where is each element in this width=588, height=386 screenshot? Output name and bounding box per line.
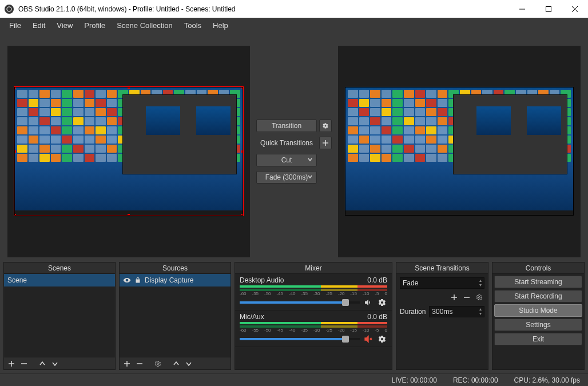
menubar: File Edit View Profile Scene Collection …: [0, 18, 588, 33]
svg-rect-2: [546, 6, 551, 11]
obs-app-icon: [5, 5, 14, 14]
preview-edit[interactable]: [14, 87, 243, 216]
menu-help[interactable]: Help: [208, 19, 233, 32]
st-body: Fade ▴▾ Duration 300ms ▴▾: [396, 274, 488, 321]
remove-scene-button[interactable]: [19, 359, 29, 369]
gear-icon[interactable]: [377, 334, 387, 344]
mixer-mic-slider[interactable]: [240, 338, 360, 340]
source-list-item[interactable]: Display Capture: [120, 274, 231, 286]
menu-file[interactable]: File: [5, 19, 26, 32]
updown-icon: ▴▾: [479, 278, 482, 288]
close-button[interactable]: [562, 0, 588, 18]
quick-transition-fade-label: Fade (300ms): [265, 173, 308, 181]
scenes-footer: [4, 357, 115, 369]
transition-column: Transition Quick Transitions Cut: [250, 120, 338, 184]
controls-panel: Controls Start Streaming Start Recording…: [492, 262, 585, 370]
menu-edit[interactable]: Edit: [28, 19, 50, 32]
minimize-button[interactable]: [509, 0, 535, 18]
menu-profile[interactable]: Profile: [80, 19, 110, 32]
svg-point-0: [7, 7, 11, 11]
transition-select[interactable]: Fade ▴▾: [400, 277, 484, 289]
mixer-desktop-name: Desktop Audio: [240, 276, 284, 284]
st-header: Scene Transitions: [396, 262, 488, 274]
status-cpu: CPU: 2.6%, 30.00 fps: [514, 376, 580, 384]
mixer-desktop-level: 0.0 dB: [367, 276, 387, 284]
remove-transition-button[interactable]: [462, 292, 472, 303]
mixer-desktop-slider[interactable]: [240, 301, 360, 304]
mixer-ticks: -60-55-50-45-40-35-30-25-20-15-10-50: [240, 328, 387, 333]
panels: Scenes Scene Sources Display: [0, 258, 588, 373]
mixer-mic-level: 0.0 dB: [367, 313, 387, 321]
maximize-button[interactable]: [535, 0, 562, 18]
add-source-button[interactable]: [122, 359, 132, 369]
mixer-header: Mixer: [235, 262, 392, 274]
move-scene-up-button[interactable]: [37, 359, 47, 369]
sources-footer: [120, 357, 231, 369]
add-transition-button[interactable]: [449, 292, 459, 303]
mixer-mic-name: Mic/Aux: [240, 313, 264, 321]
scene-transitions-panel: Scene Transitions Fade ▴▾ Duration 300ms…: [396, 262, 488, 370]
controls-body: Start Streaming Start Recording Studio M…: [492, 274, 584, 347]
sources-list[interactable]: Display Capture: [120, 274, 231, 357]
duration-input[interactable]: 300ms ▴▾: [429, 306, 484, 317]
preview-program[interactable]: [345, 87, 574, 216]
mixer-panel: Mixer Desktop Audio 0.0 dB -60-55-50-45-…: [235, 262, 392, 370]
duration-value: 300ms: [432, 308, 452, 316]
sources-header: Sources: [120, 262, 231, 274]
mixer-body: Desktop Audio 0.0 dB -60-55-50-45-40-35-…: [235, 274, 392, 369]
preview-program-wrapper: [338, 46, 581, 257]
statusbar: LIVE: 00:00:00 REC: 00:00:00 CPU: 2.6%, …: [0, 373, 588, 386]
speaker-muted-icon[interactable]: [363, 334, 374, 344]
titlebar: OBS Studio 21.1.0 (64bit, windows) - Pro…: [0, 0, 588, 18]
move-source-down-button[interactable]: [184, 359, 194, 369]
window-title: OBS Studio 21.1.0 (64bit, windows) - Pro…: [18, 5, 509, 13]
menu-tools[interactable]: Tools: [180, 19, 206, 32]
start-streaming-button[interactable]: Start Streaming: [494, 276, 582, 288]
chevron-down-icon: [307, 173, 313, 181]
visibility-icon[interactable]: [123, 276, 131, 284]
menu-scene-collection[interactable]: Scene Collection: [112, 19, 177, 32]
source-name: Display Capture: [145, 276, 193, 284]
updown-icon: ▴▾: [479, 307, 482, 316]
menu-view[interactable]: View: [52, 19, 77, 32]
mixer-mic-aux: Mic/Aux 0.0 dB -60-55-50-45-40-35-30-25-…: [235, 311, 392, 347]
gear-icon[interactable]: [377, 297, 387, 308]
studio-mode-button[interactable]: Studio Mode: [494, 304, 582, 317]
sources-panel: Sources Display Capture: [119, 262, 231, 370]
status-rec: REC: 00:00:00: [453, 376, 498, 384]
scenes-list[interactable]: Scene: [4, 274, 115, 357]
source-properties-button[interactable]: [153, 359, 163, 369]
mixer-mic-meter: [240, 322, 387, 324]
start-recording-button[interactable]: Start Recording: [494, 290, 582, 303]
mixer-desktop-meter: [240, 285, 387, 288]
quick-transition-cut[interactable]: Cut: [256, 154, 317, 166]
move-source-up-button[interactable]: [171, 359, 181, 369]
settings-button[interactable]: Settings: [494, 319, 582, 331]
quick-transition-cut-label: Cut: [281, 156, 292, 164]
lock-icon[interactable]: [134, 277, 141, 284]
transition-button[interactable]: Transition: [256, 120, 317, 132]
scene-name: Scene: [7, 276, 27, 284]
preview-area: Transition Quick Transitions Cut: [0, 33, 588, 258]
chevron-down-icon: [307, 156, 313, 164]
add-quick-transition-button[interactable]: [319, 137, 332, 149]
exit-button[interactable]: Exit: [494, 333, 582, 345]
mixer-desktop-audio: Desktop Audio 0.0 dB -60-55-50-45-40-35-…: [235, 274, 392, 311]
add-scene-button[interactable]: [6, 359, 17, 369]
speaker-icon[interactable]: [363, 297, 374, 308]
scene-list-item[interactable]: Scene: [4, 274, 115, 286]
scenes-header: Scenes: [4, 262, 115, 274]
preview-edit-wrapper: [7, 46, 250, 257]
transition-properties-button[interactable]: [474, 292, 484, 303]
duration-label: Duration: [400, 308, 426, 316]
app-body: File Edit View Profile Scene Collection …: [0, 18, 588, 386]
status-live: LIVE: 00:00:00: [391, 376, 436, 384]
scenes-panel: Scenes Scene: [3, 262, 116, 370]
quick-transition-fade[interactable]: Fade (300ms): [256, 171, 317, 184]
quick-transitions-label: Quick Transitions: [256, 139, 317, 147]
transition-select-value: Fade: [403, 279, 418, 287]
remove-source-button[interactable]: [134, 359, 145, 369]
move-scene-down-button[interactable]: [50, 359, 60, 369]
transition-settings-button[interactable]: [319, 120, 332, 132]
controls-header: Controls: [492, 262, 584, 274]
